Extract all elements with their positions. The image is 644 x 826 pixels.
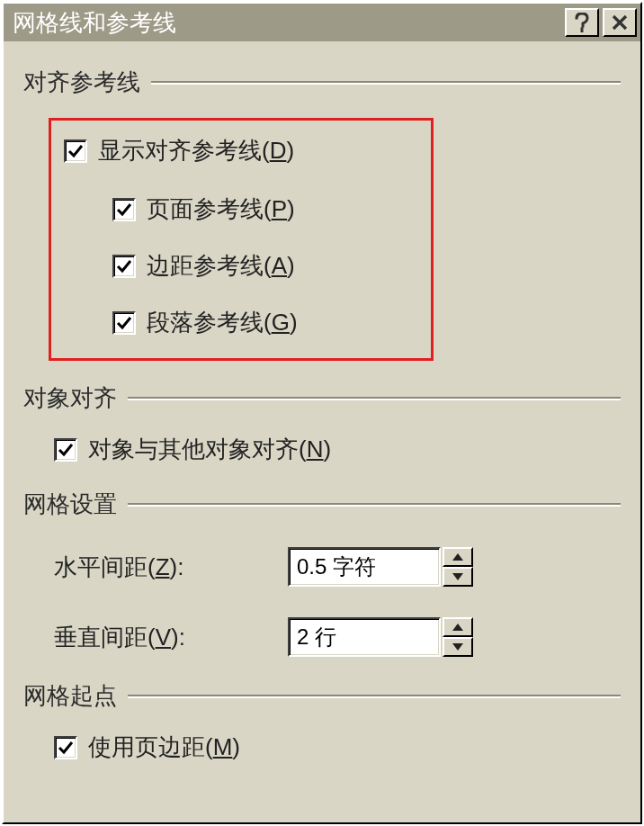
group-grid-settings: 网格设置 水平间距(Z): 0.5 字符 (23, 489, 621, 657)
hspacing-spinner[interactable]: 0.5 字符 (288, 547, 473, 587)
titlebar: 网格线和参考线 (4, 4, 640, 41)
group-legend: 网格设置 (23, 489, 117, 520)
checkbox-icon (112, 198, 136, 221)
checkbox-label: 显示对齐参考线(D) (98, 135, 294, 166)
checkbox-snap-objects[interactable]: 对象与其他对象对齐(N) (54, 434, 621, 465)
window-buttons (565, 8, 637, 37)
help-button[interactable] (565, 8, 599, 37)
checkbox-icon (112, 255, 136, 278)
group-object-align: 对象对齐 对象与其他对象对齐(N) (23, 382, 621, 465)
group-header-grid-origin: 网格起点 (23, 680, 621, 712)
svg-marker-3 (452, 643, 463, 651)
row-horizontal-spacing: 水平间距(Z): 0.5 字符 (54, 547, 621, 587)
window-title: 网格线和参考线 (13, 7, 176, 39)
checkbox-margin-guides[interactable]: 边距参考线(A) (112, 250, 418, 282)
spin-up-button[interactable] (443, 617, 473, 637)
spin-up-button[interactable] (443, 547, 473, 567)
group-rule (128, 397, 621, 400)
group-legend: 网格起点 (23, 680, 117, 712)
checkbox-icon (64, 139, 87, 163)
dialog-window: 网格线和参考线 对齐参考线 (2, 2, 642, 824)
svg-marker-0 (452, 553, 463, 561)
svg-marker-1 (452, 573, 463, 580)
vspacing-spinner[interactable]: 2 行 (288, 617, 473, 657)
group-header-grid-settings: 网格设置 (23, 489, 621, 520)
checkbox-label: 边距参考线(A) (147, 250, 295, 282)
hspacing-value[interactable]: 0.5 字符 (288, 547, 441, 587)
group-header-object-align: 对象对齐 (23, 382, 621, 414)
checkbox-page-guides[interactable]: 页面参考线(P) (112, 193, 418, 225)
checkbox-show-guides[interactable]: 显示对齐参考线(D) (64, 135, 418, 166)
row-vertical-spacing: 垂直间距(V): 2 行 (54, 617, 621, 657)
group-rule (151, 81, 621, 85)
group-grid-origin: 网格起点 使用页边距(M) (23, 680, 621, 763)
group-legend: 对齐参考线 (23, 67, 140, 98)
spin-buttons (443, 617, 473, 657)
svg-marker-2 (452, 624, 463, 631)
checkbox-label: 页面参考线(P) (147, 193, 295, 225)
vspacing-value[interactable]: 2 行 (288, 617, 441, 657)
checkbox-paragraph-guides[interactable]: 段落参考线(G) (112, 307, 418, 338)
checkbox-icon (112, 311, 136, 335)
vspacing-label: 垂直间距(V): (54, 622, 288, 653)
spin-down-button[interactable] (443, 567, 473, 587)
hspacing-label: 水平间距(Z): (54, 552, 288, 583)
checkbox-icon (54, 438, 77, 462)
group-header-align-guides: 对齐参考线 (23, 67, 621, 98)
checkbox-label: 使用页边距(M) (88, 732, 240, 763)
sub-options: 页面参考线(P) 边距参考线(A) (64, 193, 418, 338)
group-align-guides: 对齐参考线 显示对齐参考线(D) (23, 67, 621, 361)
checkbox-label: 对象与其他对象对齐(N) (88, 434, 331, 465)
group-legend: 对象对齐 (23, 382, 117, 414)
close-button[interactable] (603, 8, 637, 37)
checkbox-label: 段落参考线(G) (147, 307, 298, 338)
spin-down-button[interactable] (443, 637, 473, 657)
checkbox-use-margins[interactable]: 使用页边距(M) (54, 732, 621, 763)
spin-buttons (443, 547, 473, 587)
highlight-box: 显示对齐参考线(D) 页面参考线(P) (49, 118, 434, 361)
group-rule (128, 695, 621, 698)
client-area: 对齐参考线 显示对齐参考线(D) (4, 41, 640, 763)
checkbox-icon (54, 736, 77, 759)
group-rule (128, 503, 621, 507)
